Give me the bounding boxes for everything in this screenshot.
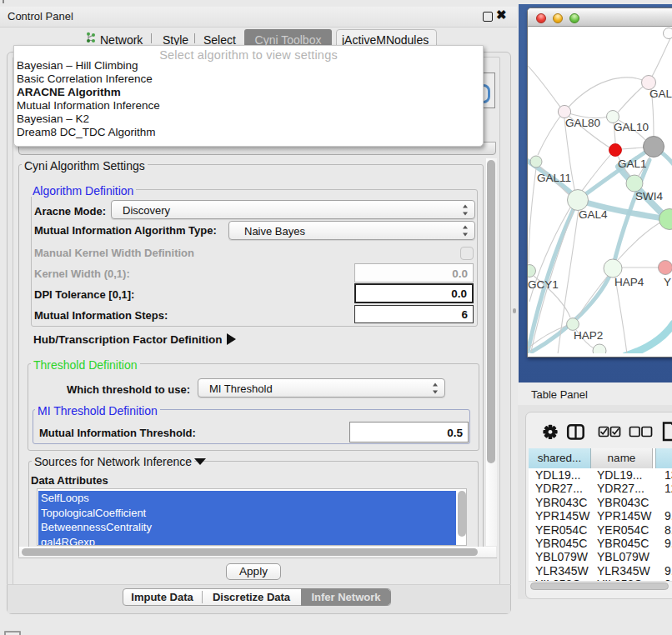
svg-text:GAL1: GAL1 bbox=[618, 158, 647, 170]
svg-text:HAP4: HAP4 bbox=[614, 276, 644, 288]
svg-text:GAL4: GAL4 bbox=[579, 208, 608, 221]
svg-text:GAL11: GAL11 bbox=[537, 172, 571, 184]
svg-text:GCY1: GCY1 bbox=[528, 278, 559, 291]
svg-text:Y: Y bbox=[664, 276, 671, 288]
svg-text:GAL10: GAL10 bbox=[614, 121, 649, 133]
svg-text:HAP2: HAP2 bbox=[574, 329, 603, 342]
svg-text:GAL: GAL bbox=[649, 88, 672, 100]
svg-text:GAL80: GAL80 bbox=[565, 117, 600, 129]
svg-text:SWI4: SWI4 bbox=[635, 190, 663, 202]
